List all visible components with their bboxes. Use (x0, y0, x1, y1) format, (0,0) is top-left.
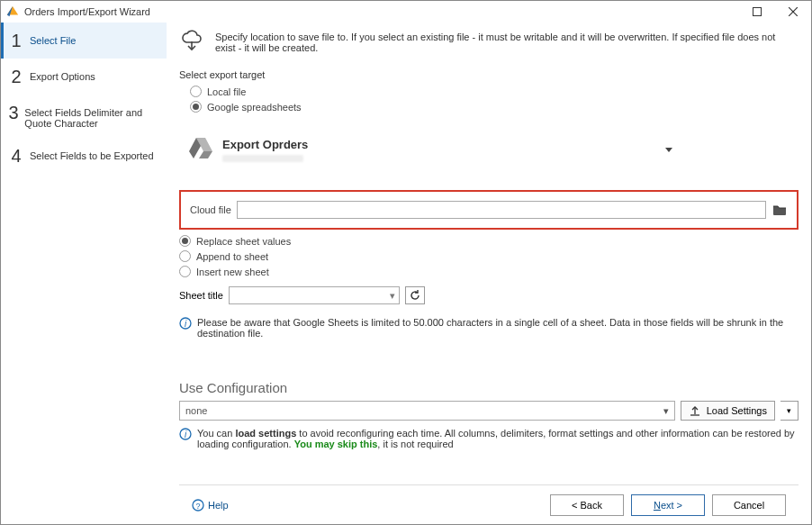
step-3[interactable]: 3 Select Fields Delimiter and Quote Char… (1, 95, 167, 138)
app-icon (6, 5, 19, 18)
drive-account-title: Export Oprders (222, 138, 308, 151)
radio-local-file[interactable]: Local file (190, 86, 798, 97)
window-controls (739, 1, 811, 23)
close-button[interactable] (775, 1, 811, 23)
back-button[interactable]: < Back (550, 494, 624, 516)
google-drive-icon (188, 136, 213, 163)
maximize-button[interactable] (739, 1, 775, 23)
radio-icon (179, 235, 191, 247)
sheet-title-label: Sheet title (179, 290, 223, 301)
sheet-title-select[interactable]: ▾ (229, 286, 400, 304)
radio-append-sheet[interactable]: Append to sheet (179, 250, 798, 262)
sheet-limit-warning: Please be aware that Google Sheets is li… (197, 317, 798, 339)
radio-icon (179, 266, 191, 277)
cloud-file-group: Cloud file (179, 190, 798, 230)
load-settings-button[interactable]: Load Settings (681, 401, 775, 421)
refresh-button[interactable] (405, 286, 425, 304)
configuration-select[interactable]: none▾ (179, 401, 675, 421)
svg-text:i: i (185, 319, 187, 329)
svg-text:?: ? (195, 502, 200, 511)
svg-marker-7 (199, 151, 212, 158)
step-2[interactable]: 2 Export Options (1, 59, 167, 95)
cloud-file-label: Cloud file (190, 204, 231, 215)
wizard-steps-sidebar: 1 Select File 2 Export Options 3 Select … (1, 23, 167, 524)
cancel-button[interactable]: Cancel (712, 494, 786, 516)
titlebar: Orders Import/Export Wizard (1, 1, 811, 23)
radio-google-spreadsheets[interactable]: Google spreadsheets (190, 101, 798, 113)
step-1[interactable]: 1 Select File (1, 23, 167, 59)
load-settings-info: You can load settings to avoid reconfigu… (197, 428, 798, 449)
svg-rect-2 (753, 8, 762, 16)
browse-folder-icon[interactable] (771, 202, 788, 218)
account-dropdown-icon[interactable] (665, 148, 672, 152)
use-configuration-heading: Use Configuration (179, 380, 798, 395)
load-settings-dropdown[interactable]: ▾ (780, 401, 798, 421)
radio-icon (190, 86, 202, 97)
info-icon: i (179, 317, 192, 331)
help-icon: ? (192, 499, 204, 511)
radio-replace-sheet[interactable]: Replace sheet values (179, 235, 798, 247)
next-button[interactable]: Next > (631, 494, 705, 516)
window-title: Orders Import/Export Wizard (24, 6, 150, 17)
help-link[interactable]: ? Help (192, 499, 229, 511)
upload-icon (689, 404, 701, 417)
wizard-window: Orders Import/Export Wizard 1 Select Fil… (0, 0, 812, 525)
cloud-file-input[interactable] (237, 201, 766, 219)
step-4[interactable]: 4 Select Fields to be Exported (1, 138, 167, 174)
hint-text: Specify location to save file to. If you… (215, 32, 798, 53)
radio-insert-sheet[interactable]: Insert new sheet (179, 266, 798, 277)
export-target-label: Select export target (179, 69, 798, 80)
radio-icon (179, 250, 191, 262)
drive-account-email (222, 155, 303, 162)
main-panel: Specify location to save file to. If you… (167, 23, 811, 524)
radio-icon (190, 101, 202, 113)
cloud-save-icon (179, 30, 204, 55)
wizard-footer: ? Help < Back Next > Cancel (179, 484, 798, 524)
info-icon: i (179, 428, 192, 442)
svg-text:i: i (185, 430, 187, 439)
